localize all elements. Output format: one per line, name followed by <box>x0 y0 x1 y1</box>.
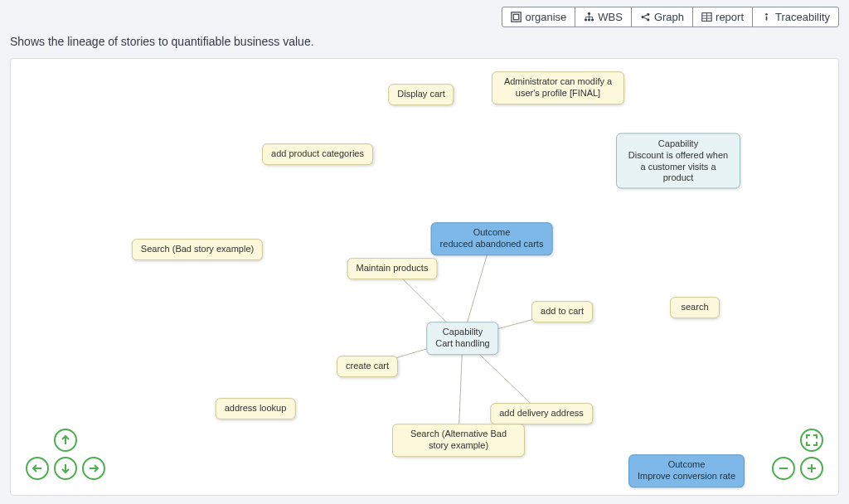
svg-point-8 <box>647 18 649 21</box>
tab-wbs[interactable]: WBS <box>575 7 632 27</box>
node-search-bad[interactable]: Search (Bad story example) <box>132 239 263 260</box>
node-create-cart[interactable]: create cart <box>337 356 398 377</box>
view-tabs: organise WBS Graph report Traceability <box>502 7 839 27</box>
node-kicker: Outcome <box>638 459 735 471</box>
info-icon <box>761 12 772 22</box>
minus-icon <box>777 462 790 475</box>
node-label: reduced abandoned carts <box>440 239 544 249</box>
node-display-cart[interactable]: Display cart <box>388 84 454 105</box>
hierarchy-icon <box>584 12 594 22</box>
tab-graph-label: Graph <box>654 11 684 23</box>
zoom-in-button[interactable] <box>800 457 823 480</box>
pan-left-button[interactable] <box>26 457 49 480</box>
node-search[interactable]: search <box>670 297 720 318</box>
svg-point-10 <box>765 13 767 15</box>
node-label: create cart <box>346 361 389 371</box>
page-description: Shows the lineage of stories to quantifi… <box>10 35 314 48</box>
node-admin-modify[interactable]: Administrator can modify a user's profil… <box>492 71 624 104</box>
node-kicker: Capability <box>435 327 489 338</box>
node-kicker: Outcome <box>440 227 544 239</box>
node-add-prod-cat[interactable]: add product categories <box>262 143 373 165</box>
zoom-out-button[interactable] <box>772 457 795 480</box>
plus-icon <box>805 462 818 475</box>
node-outcome-abandoned[interactable]: Outcomereduced abandoned carts <box>431 222 553 255</box>
graph-canvas[interactable]: Display cartAdministrator can modify a u… <box>11 59 838 495</box>
node-add-to-cart[interactable]: add to cart <box>531 301 593 322</box>
node-maintain-products[interactable]: Maintain products <box>347 258 438 279</box>
tab-report[interactable]: report <box>692 7 753 27</box>
zoom-fit-button[interactable] <box>800 429 823 452</box>
node-label: add to cart <box>541 306 584 316</box>
node-add-delivery[interactable]: add delivery address <box>490 403 593 424</box>
square-layout-icon <box>511 12 522 22</box>
svg-rect-11 <box>766 17 768 21</box>
arrow-right-icon <box>87 462 100 475</box>
node-label: address lookup <box>225 403 287 413</box>
tab-organise[interactable]: organise <box>502 7 575 27</box>
node-label: Administrator can modify a user's profil… <box>504 76 612 98</box>
tab-traceability[interactable]: Traceability <box>752 7 839 27</box>
svg-point-3 <box>585 18 587 21</box>
svg-point-4 <box>588 18 590 21</box>
table-icon <box>701 12 712 22</box>
share-nodes-icon <box>640 12 651 22</box>
svg-rect-1 <box>514 14 520 20</box>
node-label: add product categories <box>271 148 364 158</box>
node-outcome-conversion[interactable]: OutcomeImprove conversion rate <box>628 454 745 487</box>
node-label: Cart handling <box>435 338 489 348</box>
node-label: Display cart <box>397 89 444 99</box>
node-label: Search (Bad story example) <box>141 244 254 254</box>
node-capability-discount[interactable]: CapabilityDiscount is offered when a cus… <box>616 133 740 189</box>
svg-point-2 <box>588 12 590 15</box>
pan-down-button[interactable] <box>54 457 77 480</box>
fit-screen-icon <box>805 434 818 447</box>
node-address-lookup[interactable]: address lookup <box>216 398 296 419</box>
arrow-up-icon <box>59 434 72 447</box>
svg-point-5 <box>591 18 594 21</box>
node-label: add delivery address <box>499 408 584 418</box>
node-kicker: Capability <box>625 138 731 150</box>
svg-point-6 <box>642 16 644 18</box>
tab-traceability-label: Traceability <box>775 11 830 23</box>
tab-report-label: report <box>716 11 744 23</box>
node-capability-cart[interactable]: CapabilityCart handling <box>426 322 498 355</box>
node-search-alt-bad[interactable]: Search (Alternative Bad story example) <box>392 424 525 457</box>
node-label: Improve conversion rate <box>638 471 735 481</box>
svg-rect-0 <box>512 12 521 22</box>
arrow-left-icon <box>31 462 44 475</box>
node-label: Maintain products <box>357 263 429 273</box>
tab-organise-label: organise <box>525 11 566 23</box>
tab-wbs-label: WBS <box>598 11 623 23</box>
arrow-down-icon <box>59 462 72 475</box>
pan-up-button[interactable] <box>54 429 77 452</box>
node-label: Search (Alternative Bad story example) <box>410 429 507 450</box>
pan-right-button[interactable] <box>82 457 105 480</box>
graph-canvas-frame: Display cartAdministrator can modify a u… <box>10 58 839 496</box>
node-label: Discount is offered when a customer visi… <box>628 149 728 182</box>
svg-point-7 <box>647 13 649 16</box>
tab-graph[interactable]: Graph <box>631 7 693 27</box>
node-label: search <box>681 302 708 312</box>
